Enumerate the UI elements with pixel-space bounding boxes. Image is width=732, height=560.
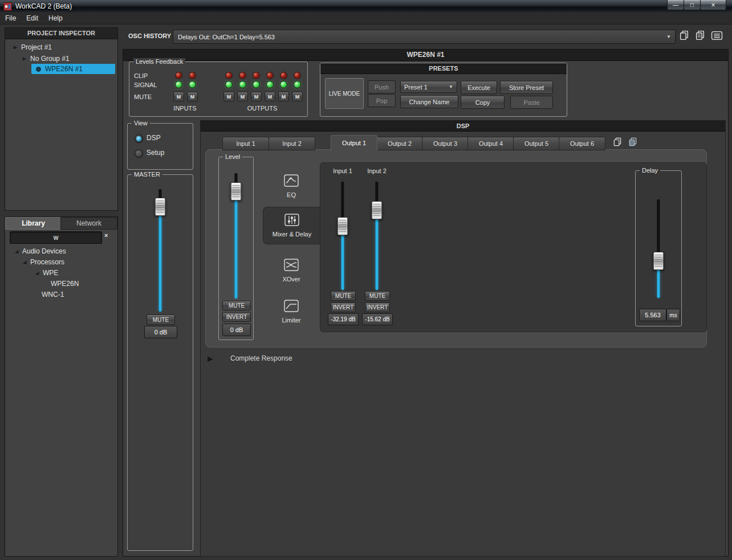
tree-item-label: Processors (30, 258, 64, 266)
tab-output-6[interactable]: Output 6 (559, 137, 605, 150)
expander-collapsed-icon[interactable]: ▶ (208, 354, 213, 363)
tree-item-label: WPE26N (51, 280, 79, 288)
mixer-input2-mute-button[interactable]: MUTE (365, 291, 390, 301)
library-search-input[interactable] (10, 231, 102, 244)
sidetab-label: Mixer & Delay (273, 231, 311, 238)
minimize-button[interactable]: — (667, 0, 684, 10)
output-signal-led (239, 81, 246, 88)
history-menu-button[interactable] (709, 30, 724, 43)
tab-output-5[interactable]: Output 5 (513, 137, 560, 150)
fader-thumb[interactable] (653, 252, 664, 270)
output-mute-m-button[interactable]: M (223, 92, 234, 101)
tab-output-2[interactable]: Output 2 (376, 137, 423, 150)
tab-network[interactable]: Network (60, 217, 117, 230)
copy-history-button[interactable] (677, 30, 691, 43)
menu-help[interactable]: Help (43, 13, 68, 24)
mixer-input2-fader[interactable] (371, 182, 383, 290)
menu-edit[interactable]: Edit (21, 13, 43, 24)
sidetab-limiter[interactable]: Limiter (263, 292, 320, 331)
live-mode-button[interactable]: LIVE MODE (325, 78, 364, 109)
master-legend: MASTER (132, 171, 162, 178)
tree-item-group[interactable]: ▶ No Group #1 (5, 53, 117, 64)
tree-item-processors[interactable]: ◢ Processors (5, 256, 117, 267)
view-group: View DSP Setup (127, 123, 193, 170)
tree-item-label: Audio Devices (22, 247, 66, 255)
radio-setup[interactable] (135, 149, 143, 158)
fader-thumb[interactable] (231, 182, 242, 201)
copy-channel-button[interactable] (611, 137, 624, 149)
change-name-button[interactable]: Change Name (400, 95, 458, 108)
sidetab-xover[interactable]: XOver (263, 251, 320, 290)
device-panel: WPE26N #1 Levels Feedback CLIP SIGNAL MU… (123, 49, 729, 557)
tree-expanded-icon[interactable]: ◢ (13, 248, 20, 254)
output-mute-m-button[interactable]: M (292, 92, 303, 101)
tree-item-wpe26n[interactable]: WPE26N (5, 278, 117, 289)
output-signal-led (225, 81, 233, 88)
paste-channel-button[interactable] (627, 137, 639, 149)
master-mute-button[interactable]: MUTE (147, 314, 175, 325)
radio-dsp-label[interactable]: DSP (147, 134, 161, 142)
output-mute-m-button[interactable]: M (237, 92, 248, 101)
input-mute-m-button[interactable]: M (187, 92, 198, 101)
level-group: Level MUTE INVERT 0 dB (218, 157, 254, 340)
tab-output-4[interactable]: Output 4 (467, 137, 514, 150)
maximize-button[interactable]: □ (684, 0, 701, 10)
tree-item-device-selected[interactable]: WPE26N #1 (31, 64, 115, 74)
preset-select[interactable]: Preset 1 ▼ (400, 81, 457, 93)
chevron-down-icon: ▼ (666, 34, 671, 39)
menu-file[interactable]: File (0, 13, 21, 24)
tree-item-audio-devices[interactable]: ◢ Audio Devices (5, 246, 117, 256)
project-inspector-panel: PROJECT INSPECTOR ▶ Project #1 ▶ No Grou… (5, 27, 118, 211)
output-mute-m-button[interactable]: M (265, 92, 275, 101)
preset-select-value: Preset 1 (404, 84, 428, 91)
execute-button[interactable]: Execute (461, 81, 497, 94)
sidetab-eq[interactable]: EQ (263, 166, 320, 207)
sidetab-mixer-delay[interactable]: Mixer & Delay (263, 207, 320, 244)
fader-thumb[interactable] (155, 198, 166, 216)
search-clear-icon[interactable]: × (104, 232, 108, 239)
level-mute-button[interactable]: MUTE (222, 301, 251, 310)
input-mute-m-button[interactable]: M (173, 92, 184, 101)
osc-history-value: Delays Out: OutCh=1 Delay=5.563 (178, 34, 666, 40)
osc-history-dropdown[interactable]: Delays Out: OutCh=1 Delay=5.563 ▼ (173, 30, 676, 44)
store-preset-button[interactable]: Store Preset (500, 81, 553, 94)
dsp-title: DSP (201, 121, 725, 132)
output-level-fader[interactable] (230, 173, 242, 299)
complete-response-label[interactable]: Complete Response (230, 355, 292, 362)
close-button[interactable]: × (700, 0, 726, 10)
master-group: MASTER MUTE 0 dB (127, 174, 193, 551)
radio-setup-label[interactable]: Setup (147, 149, 164, 157)
fader-thumb[interactable] (337, 217, 348, 235)
tree-collapsed-icon[interactable]: ▶ (21, 56, 28, 62)
tab-input-2[interactable]: Input 2 (269, 137, 315, 150)
mixer-input1-invert-button[interactable]: INVERT (331, 303, 356, 312)
tree-item-wpe[interactable]: ◢ WPE (5, 267, 117, 278)
paste-preset-button[interactable]: Paste (510, 96, 553, 109)
inputs-label: INPUTS (158, 105, 212, 112)
tab-library[interactable]: Library (5, 217, 62, 230)
level-invert-button[interactable]: INVERT (222, 312, 251, 322)
tree-item-project[interactable]: ▶ Project #1 (5, 42, 117, 52)
tree-collapsed-icon[interactable]: ▶ (12, 44, 19, 50)
mixer-input1-mute-button[interactable]: MUTE (331, 291, 356, 301)
tree-expanded-icon[interactable]: ◢ (34, 270, 40, 276)
application-window: WorkCAD 2 (Beta) — □ × File Edit Help PR… (0, 0, 732, 560)
master-fader[interactable] (154, 189, 166, 312)
fader-thumb[interactable] (372, 201, 383, 219)
copy-list-button[interactable] (693, 30, 707, 43)
push-button[interactable]: Push (368, 80, 396, 93)
delay-fader[interactable] (653, 199, 664, 298)
tab-output-1[interactable]: Output 1 (331, 135, 377, 150)
mixer-input2-invert-button[interactable]: INVERT (365, 303, 390, 312)
copy-preset-button[interactable]: Copy (461, 96, 505, 109)
radio-dsp[interactable] (135, 134, 143, 143)
tree-expanded-icon[interactable]: ◢ (21, 259, 28, 265)
tab-output-3[interactable]: Output 3 (422, 137, 469, 150)
output-signal-led (253, 81, 260, 88)
output-mute-m-button[interactable]: M (251, 92, 262, 101)
mixer-input1-fader[interactable] (337, 182, 348, 290)
tree-item-wnc1[interactable]: WNC-1 (5, 289, 117, 300)
tab-input-1[interactable]: Input 1 (222, 137, 269, 150)
pop-button[interactable]: Pop (368, 94, 396, 107)
output-mute-m-button[interactable]: M (278, 92, 289, 101)
